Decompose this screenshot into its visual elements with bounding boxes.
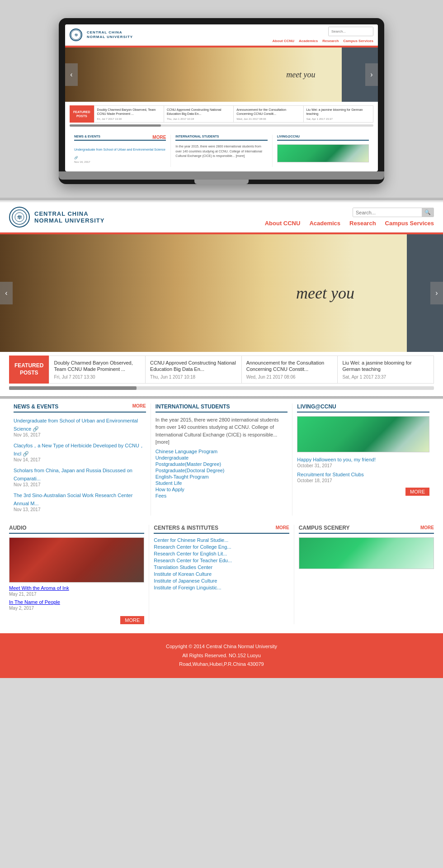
progress-fill (9, 386, 137, 390)
centers-title-bar: CENTERS & INSTITUTES MORE (154, 525, 289, 534)
logo-area: 华 CENTRAL CHINA NORMAL UNIVERSITY (9, 207, 104, 228)
news-item-1: Undergraduate from School of Urban and E… (14, 416, 146, 437)
post-4-date: Sat, Apr 1 2017 23:37 (342, 375, 429, 379)
mini-next-btn[interactable]: › (365, 63, 378, 86)
intl-link-4[interactable]: Postgraduate(Doctoral Degree) (156, 468, 288, 473)
intl-link-7[interactable]: How to Apply (156, 487, 288, 492)
mini-search-input[interactable] (329, 27, 373, 36)
intl-link-5[interactable]: English-Taught Program (156, 474, 288, 479)
news-col: NEWS & EVENTS MORE Undergraduate from Sc… (9, 403, 151, 516)
intl-link-6[interactable]: Student Life (156, 480, 288, 486)
scenery-image (299, 537, 434, 569)
mini-progress-fill (70, 124, 161, 127)
audio-2-link[interactable]: In The Name of People (9, 599, 60, 605)
news-1-date: Nov 16, 2017 (14, 432, 146, 437)
hero-slider: meet you ‹ › (0, 234, 443, 352)
mini-nav-research[interactable]: Research (322, 39, 339, 43)
post-item-4[interactable]: Liu Wei: a jasmine blooming for German t… (338, 356, 434, 383)
intl-link-1[interactable]: Chinese Language Program (156, 449, 288, 454)
mini-nav-academics[interactable]: Academics (299, 39, 318, 43)
living-2-link[interactable]: Recruitment for Student Clubs (297, 472, 363, 477)
audio-title-1: Meet With the Aroma of Ink (9, 585, 144, 591)
post-item-3[interactable]: Announcement for the Consultation Concer… (242, 356, 338, 383)
mini-featured-inner: FEATUREDPOSTS Doubly Charmed Baryon Obse… (70, 105, 373, 123)
post-item-1[interactable]: Doubly Charmed Baryon Observed, Team CCN… (49, 356, 146, 383)
mini-logo-circle: 华 (70, 28, 82, 41)
mini-logo-area: 华 CENTRAL CHINA NORMAL UNIVERSITY (70, 28, 133, 41)
living-col-title: LIVING@CCNU (297, 403, 429, 413)
footer-line2: All Rights Reserved. NO.152 Luoyu (9, 651, 434, 660)
news-3-link[interactable]: Scholars from China, Japan and Russia Di… (14, 468, 132, 481)
center-2[interactable]: Research Center for College Eng... (154, 544, 289, 550)
second-row-section: Audio Meet With the Aroma of Ink May 21,… (9, 525, 434, 624)
post-2-title: CCNU Approved Constructing National Educ… (150, 360, 237, 373)
mini-post-2-date: Thu, Jun 1 2017 10:18 (167, 118, 231, 120)
mini-post-1[interactable]: Doubly Charmed Baryon Observed, Team CCN… (94, 106, 164, 122)
centers-more-link[interactable]: MORE (276, 525, 289, 530)
news-more-link[interactable]: MORE (132, 403, 146, 408)
audio-1-date: May 21, 2017 (9, 592, 144, 597)
news-item-4: The 3rd Sino-Australian Social Work Rese… (14, 491, 146, 512)
center-4[interactable]: Research Center for Teacher Edu... (154, 558, 289, 563)
audio-thumbnail (9, 537, 144, 583)
logo-line1: CENTRAL CHINA (34, 210, 104, 218)
mini-logo-text: CENTRAL CHINA NORMAL UNIVERSITY (87, 30, 133, 39)
mini-nav-about[interactable]: About CCNU (273, 39, 294, 43)
center-1[interactable]: Center for Chinese Rural Studie... (154, 537, 289, 543)
living-1-date: October 31, 2017 (297, 463, 429, 468)
post-item-2[interactable]: CCNU Approved Constructing National Educ… (146, 356, 242, 383)
audio-1-link[interactable]: Meet With the Aroma of Ink (9, 585, 69, 591)
search-bar[interactable]: 🔍 (353, 208, 434, 217)
mini-prev-btn[interactable]: ‹ (65, 63, 78, 86)
mini-featured-list: Doubly Charmed Baryon Observed, Team CCN… (94, 105, 373, 123)
nav-campus[interactable]: Campus Services (385, 220, 434, 227)
center-3[interactable]: Research Center for English Lit... (154, 551, 289, 556)
living-more-btn[interactable]: MORE (405, 488, 429, 496)
main-nav: About CCNU Academics Research Campus Ser… (265, 220, 434, 227)
news-2-link[interactable]: Clacyfos，a New Type of Herbicide Develop… (14, 443, 144, 456)
mini-news-1-link[interactable]: Undergraduate from School of Urban and E… (74, 148, 165, 159)
mini-search-bar[interactable]: 🔍 (328, 27, 373, 36)
mini-post-4[interactable]: Liu Wei: a jasmine blooming for German t… (304, 106, 373, 122)
post-1-date: Fri, Jul 7 2017 13:30 (54, 375, 141, 379)
mini-living-title: LIVING@CCNU (277, 135, 369, 141)
news-item-3: Scholars from China, Japan and Russia Di… (14, 466, 146, 487)
intl-link-8[interactable]: Fees (156, 493, 288, 498)
mini-post-2-title: CCNU Approved Constructing National Educ… (167, 108, 231, 116)
prev-btn[interactable]: ‹ (0, 282, 13, 304)
news-4-date: Nov 13, 2017 (14, 507, 146, 512)
living-col: LIVING@CCNU Happy Halloween to you, my f… (292, 403, 434, 516)
living-1-link[interactable]: Happy Halloween to you, my friend! (297, 457, 376, 462)
mini-post-1-date: Fri, Jul 7 2017 13:30 (97, 118, 161, 120)
center-6[interactable]: Institute of Korean Culture (154, 571, 289, 577)
search-button[interactable]: 🔍 (422, 208, 434, 217)
center-5[interactable]: Translation Studies Center (154, 564, 289, 570)
mini-intl-title: INTERNATIONAL STUDENTS (175, 135, 267, 141)
mini-main-nav: About CCNU Academics Research Campus Ser… (273, 39, 373, 43)
logo-svg-icon: 华 (11, 209, 28, 225)
center-8[interactable]: Institute of Foreign Linguistic... (154, 585, 289, 590)
intl-link-3[interactable]: Postgraduate(Master Degree) (156, 461, 288, 467)
nav-academics[interactable]: Academics (309, 220, 340, 227)
centers-col: CENTERS & INSTITUTES MORE Center for Chi… (149, 525, 294, 624)
news-4-link[interactable]: The 3rd Sino-Australian Social Work Rese… (14, 493, 132, 506)
audio-title-2: In The Name of People (9, 599, 144, 605)
mini-post-2[interactable]: CCNU Approved Constructing National Educ… (164, 106, 234, 122)
news-1-link[interactable]: Undergraduate from School of Urban and E… (14, 418, 138, 432)
intl-link-2[interactable]: Undergraduate (156, 455, 288, 460)
divider-bar (0, 396, 443, 399)
mini-news-more[interactable]: MORE (152, 135, 166, 140)
audio-more-btn[interactable]: MORE (120, 616, 144, 624)
mini-nav-campus[interactable]: Campus Services (343, 39, 373, 43)
center-7[interactable]: Institute of Japanese Culture (154, 578, 289, 583)
mini-logo-line1: CENTRAL CHINA (87, 30, 133, 35)
next-btn[interactable]: › (430, 282, 443, 304)
nav-research[interactable]: Research (349, 220, 376, 227)
post-4-title: Liu Wei: a jasmine blooming for German t… (342, 360, 429, 373)
living-image (297, 416, 429, 452)
scenery-more-link[interactable]: MORE (420, 525, 434, 530)
mini-post-3[interactable]: Announcement for the Consultation Concer… (234, 106, 303, 122)
search-input[interactable] (353, 208, 422, 217)
nav-about[interactable]: About CCNU (265, 220, 301, 227)
news-title-text: NEWS & EVENTS (14, 403, 58, 410)
